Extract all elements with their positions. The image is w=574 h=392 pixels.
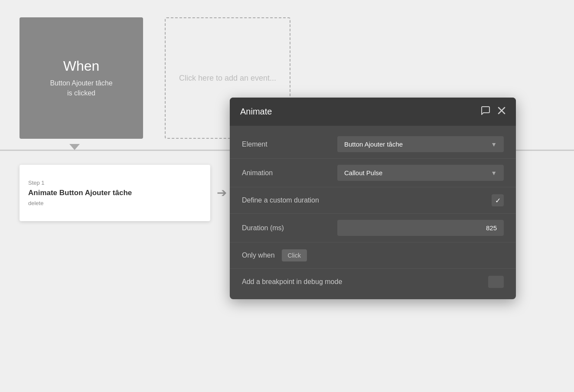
breakpoint-toggle[interactable] <box>488 276 504 288</box>
animation-label: Animation <box>242 169 337 177</box>
custom-duration-label: Define a custom duration <box>242 196 319 204</box>
panel-header-icons <box>480 105 506 118</box>
breakpoint-row: Add a breakpoint in debug mode <box>230 269 516 295</box>
only-when-input[interactable] <box>314 252 504 259</box>
duration-control <box>337 220 504 236</box>
custom-duration-row: Define a custom duration ✓ <box>230 187 516 214</box>
panel-title: Animate <box>240 107 272 117</box>
checkmark: ✓ <box>495 196 501 205</box>
element-dropdown[interactable]: Button Ajouter tâche ▼ <box>337 136 504 152</box>
step-label: Step 1 <box>28 180 202 186</box>
animate-panel: Animate Element <box>230 98 516 299</box>
duration-label: Duration (ms) <box>242 224 337 232</box>
step-delete-button[interactable]: delete <box>28 200 202 206</box>
custom-duration-checkbox[interactable]: ✓ <box>492 194 504 206</box>
element-dropdown-arrow: ▼ <box>491 141 497 148</box>
duration-input[interactable] <box>337 220 504 236</box>
breakpoint-label: Add a breakpoint in debug mode <box>242 278 342 286</box>
step-arrow: ➔ <box>217 186 227 200</box>
animation-dropdown-value: Callout Pulse <box>344 169 382 176</box>
step-main: Animate Button Ajouter tâche <box>28 189 202 197</box>
step-block: Step 1 Animate Button Ajouter tâche dele… <box>20 165 210 221</box>
when-block: When Button Ajouter tâcheis clicked <box>20 17 143 139</box>
panel-body: Element Button Ajouter tâche ▼ Animation… <box>230 126 516 299</box>
only-when-row: Only when Click <box>230 242 516 269</box>
element-row: Element Button Ajouter tâche ▼ <box>230 130 516 159</box>
animation-dropdown[interactable]: Callout Pulse ▼ <box>337 165 504 181</box>
only-when-label: Only when <box>242 252 275 259</box>
canvas: When Button Ajouter tâcheis clicked Clic… <box>0 0 574 392</box>
duration-row: Duration (ms) <box>230 214 516 242</box>
when-title: When <box>63 58 100 74</box>
when-subtitle: Button Ajouter tâcheis clicked <box>50 78 112 98</box>
element-label: Element <box>242 140 337 148</box>
element-dropdown-value: Button Ajouter tâche <box>344 140 403 148</box>
event-box-placeholder: Click here to add an event... <box>179 72 276 84</box>
only-when-tag[interactable]: Click <box>282 249 307 261</box>
element-control: Button Ajouter tâche ▼ <box>337 136 504 152</box>
animation-dropdown-arrow: ▼ <box>491 170 497 176</box>
comment-icon[interactable] <box>480 105 491 118</box>
close-icon[interactable] <box>498 107 506 117</box>
divider-arrow <box>69 144 80 150</box>
animation-control: Callout Pulse ▼ <box>337 165 504 181</box>
animation-row: Animation Callout Pulse ▼ <box>230 159 516 187</box>
panel-header: Animate <box>230 98 516 126</box>
